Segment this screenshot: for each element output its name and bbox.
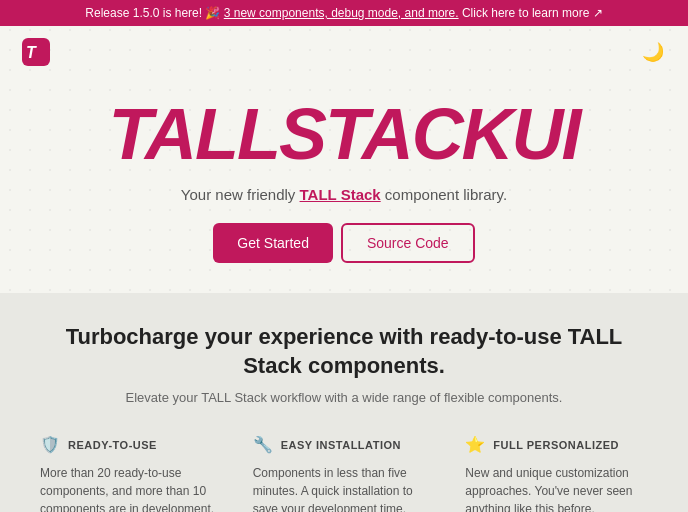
feature-desc-ready: More than 20 ready-to-use components, an… xyxy=(40,464,223,512)
announcement-text: Release 1.5.0 is here! 🎉 xyxy=(85,6,223,20)
get-started-button[interactable]: Get Started xyxy=(213,223,333,263)
feature-label-personalized: FULL PERSONALIZED xyxy=(493,439,619,451)
feature-icon-label-install: 🔧 EASY INSTALLATION xyxy=(253,435,436,454)
features-grid: 🛡️ READY-TO-USE More than 20 ready-to-us… xyxy=(40,435,648,512)
features-subheading: Elevate your TALL Stack workflow with a … xyxy=(40,390,648,405)
shield-icon: 🛡️ xyxy=(40,435,60,454)
features-heading: Turbocharge your experience with ready-t… xyxy=(40,323,648,380)
hero-title: TALLSTACKUI xyxy=(40,98,648,170)
feature-item-ready: 🛡️ READY-TO-USE More than 20 ready-to-us… xyxy=(40,435,223,512)
feature-item-personalized: ⭐ FULL PERSONALIZED New and unique custo… xyxy=(465,435,648,512)
announcement-bar: Release 1.5.0 is here! 🎉 3 new component… xyxy=(0,0,688,26)
feature-desc-install: Components in less than five minutes. A … xyxy=(253,464,436,512)
feature-label-ready: READY-TO-USE xyxy=(68,439,157,451)
source-code-button[interactable]: Source Code xyxy=(341,223,475,263)
star-icon: ⭐ xyxy=(465,435,485,454)
feature-icon-label-ready: 🛡️ READY-TO-USE xyxy=(40,435,223,454)
announcement-cta: Click here to learn more ↗ xyxy=(462,6,603,20)
announcement-link[interactable]: 3 new components, debug mode, and more. xyxy=(224,6,459,20)
site-logo[interactable]: T xyxy=(20,36,52,68)
feature-desc-personalized: New and unique customization approaches.… xyxy=(465,464,648,512)
dark-mode-toggle[interactable]: 🌙 xyxy=(638,37,668,67)
hero-title-stackui: STACKUI xyxy=(279,94,580,174)
feature-item-install: 🔧 EASY INSTALLATION Components in less t… xyxy=(253,435,436,512)
top-nav: T 🌙 xyxy=(0,26,688,78)
hero-title-tall: TALL xyxy=(108,94,279,174)
hero-section: TALLSTACKUI Your new friendly TALL Stack… xyxy=(0,78,688,293)
feature-label-install: EASY INSTALLATION xyxy=(281,439,401,451)
hero-subtitle: Your new friendly TALL Stack component l… xyxy=(40,186,648,203)
svg-text:T: T xyxy=(26,44,37,61)
hero-buttons: Get Started Source Code xyxy=(40,223,648,263)
feature-icon-label-personalized: ⭐ FULL PERSONALIZED xyxy=(465,435,648,454)
features-section: Turbocharge your experience with ready-t… xyxy=(0,293,688,512)
wrench-icon: 🔧 xyxy=(253,435,273,454)
